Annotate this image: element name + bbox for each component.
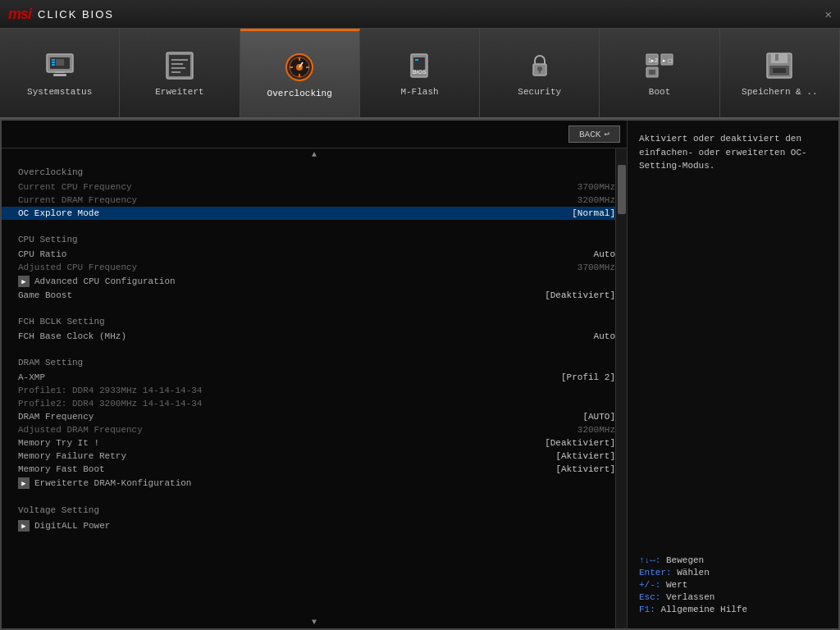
setting-oc-explore[interactable]: OC Explore Mode [Normal] [2, 207, 627, 220]
scroll-top-indicator: ▲ [2, 148, 627, 161]
nav-bar: Systemstatus Erweitert [0, 29, 840, 119]
overclocking-section-title: Overclocking [18, 161, 615, 180]
svg-rect-3 [52, 62, 55, 63]
mflash-icon: BIOS [403, 49, 436, 82]
arrow-icon-3: ▶ [18, 520, 30, 532]
setting-fch-base-clock[interactable]: FCH Base Clock (MHz) Auto [18, 330, 615, 343]
nav-erweitert[interactable]: Erweitert [120, 29, 240, 117]
svg-rect-34 [649, 70, 655, 75]
systemstatus-icon [43, 49, 76, 82]
svg-text:BIOS: BIOS [413, 69, 427, 75]
msi-logo: msi [8, 6, 31, 23]
setting-cpu-freq: Current CPU Frequency 3700MHz [18, 180, 615, 194]
svg-rect-39 [773, 68, 786, 73]
nav-speichern[interactable]: Speichern & .. [720, 29, 840, 117]
nav-systemstatus[interactable]: Systemstatus [0, 29, 120, 117]
setting-cpu-ratio[interactable]: CPU Ratio Auto [18, 248, 615, 261]
setting-adv-dram-config[interactable]: ▶ Erweiterte DRAM-Konfiguration [18, 476, 615, 491]
back-button[interactable]: BACK ↩ [568, 126, 620, 143]
scrollbar[interactable] [615, 148, 627, 628]
erweitert-icon [163, 49, 196, 82]
panel-header: BACK ↩ [2, 121, 627, 148]
speichern-icon [763, 49, 796, 82]
setting-dram-frequency[interactable]: DRAM Frequency [AUTO] [18, 410, 615, 423]
setting-adj-cpu-freq: Adjusted CPU Frequency 3700MHz [18, 261, 615, 274]
nav-mflash-label: M-Flash [400, 87, 438, 97]
svg-text:▸ ◻: ▸ ◻ [663, 57, 673, 63]
boot-icon: 1▸2 ▸ ◻ [643, 49, 676, 82]
nav-boot-label: Boot [649, 87, 670, 97]
scrollbar-thumb[interactable] [618, 165, 626, 214]
svg-rect-24 [415, 59, 418, 61]
nav-systemstatus-label: Systemstatus [27, 87, 92, 97]
key-hint-esc: Esc: Verlassen [639, 592, 827, 602]
setting-mem-try-it[interactable]: Memory Try It ! [Deaktiviert] [18, 436, 615, 450]
fch-bclk-header: FCH BCLK Setting [18, 310, 615, 330]
setting-a-xmp[interactable]: A-XMP [Profil 2] [18, 371, 615, 384]
key-hint-arrows: ↑↓↔: Bewegen [639, 555, 827, 565]
nav-overclocking-label: Overclocking [267, 89, 332, 98]
right-panel: Aktiviert oder deaktiviert den einfachen… [627, 121, 838, 628]
svg-rect-37 [775, 54, 778, 61]
key-hints: ↑↓↔: Bewegen Enter: Wählen +/-: Wert Esc… [639, 547, 827, 617]
svg-rect-7 [53, 74, 66, 76]
svg-rect-5 [56, 59, 64, 66]
nav-erweitert-label: Erweitert [155, 87, 203, 97]
svg-rect-36 [771, 53, 788, 63]
close-button[interactable]: ✕ [825, 7, 832, 21]
setting-adv-cpu-config[interactable]: ▶ Advanced CPU Configuration [18, 274, 615, 289]
help-description: Aktiviert oder deaktiviert den einfachen… [639, 132, 827, 547]
product-name: CLICK BIOS [38, 8, 114, 21]
nav-overclocking[interactable]: Overclocking [240, 29, 360, 117]
cpu-setting-header: CPU Setting [18, 228, 615, 248]
nav-security-label: Security [518, 87, 561, 97]
setting-digitall-power[interactable]: ▶ DigitALL Power [18, 518, 615, 533]
setting-mem-fast-boot[interactable]: Memory Fast Boot [Aktiviert] [18, 463, 615, 476]
security-icon [523, 49, 556, 82]
svg-rect-4 [52, 64, 55, 66]
setting-game-boost[interactable]: Game Boost [Deaktiviert] [18, 289, 615, 302]
key-hint-plusminus: +/-: Wert [639, 580, 827, 590]
nav-speichern-label: Speichern & .. [742, 87, 817, 97]
svg-text:1▸2: 1▸2 [648, 57, 658, 63]
setting-profile2: Profile2: DDR4 3200MHz 14-14-14-34 [18, 397, 615, 410]
svg-rect-9 [169, 55, 190, 76]
nav-boot[interactable]: 1▸2 ▸ ◻ Boot [600, 29, 719, 117]
left-panel: BACK ↩ ▲ Overclocking Current CPU Freque… [2, 121, 627, 628]
overclocking-icon [283, 51, 316, 84]
header: msi CLICK BIOS ✕ [0, 0, 840, 29]
setting-mem-fail-retry[interactable]: Memory Failure Retry [Aktiviert] [18, 450, 615, 463]
setting-dram-freq: Current DRAM Frequency 3200MHz [18, 194, 615, 207]
key-hint-enter: Enter: Wählen [639, 568, 827, 578]
key-hint-f1: F1: Allgemeine Hilfe [639, 605, 827, 614]
nav-security[interactable]: Security [480, 29, 600, 117]
main-content: BACK ↩ ▲ Overclocking Current CPU Freque… [0, 119, 840, 630]
svg-rect-2 [52, 59, 55, 61]
arrow-icon-2: ▶ [18, 477, 30, 489]
setting-profile1: Profile1: DDR4 2933MHz 14-14-14-34 [18, 384, 615, 397]
arrow-icon: ▶ [18, 276, 30, 287]
voltage-setting-header: Voltage Setting [18, 499, 615, 518]
nav-mflash[interactable]: BIOS M-Flash [360, 29, 480, 117]
settings-area: Overclocking Current CPU Frequency 3700M… [2, 161, 627, 616]
scroll-bottom-indicator: ▼ [2, 616, 627, 628]
dram-setting-header: DRAM Setting [18, 351, 615, 371]
setting-adj-dram-freq: Adjusted DRAM Frequency 3200MHz [18, 423, 615, 436]
